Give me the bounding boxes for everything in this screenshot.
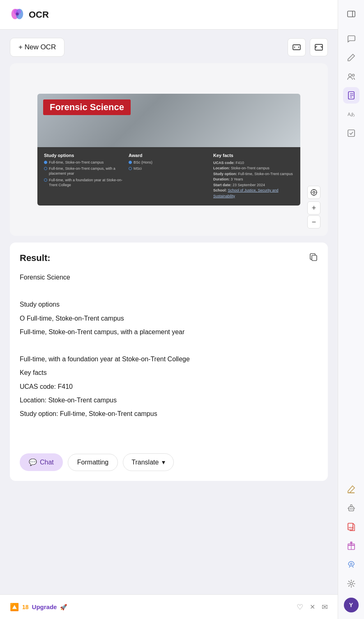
result-line-6: Key facts xyxy=(20,367,318,378)
result-line-3: O Full-time, Stoke-on-Trent campus xyxy=(20,313,318,324)
chevron-down-icon: ▾ xyxy=(162,458,165,466)
sidebar-gift-button[interactable] xyxy=(343,538,359,554)
footer-left: 🔼 18 Upgrade 🚀 xyxy=(10,603,67,612)
edit-icon xyxy=(347,53,356,62)
zoom-out-button[interactable]: − xyxy=(307,215,320,229)
new-ocr-button[interactable]: + New OCR xyxy=(10,38,65,57)
sidebar-toggle-button[interactable] xyxy=(344,7,359,21)
sidebar-users-button[interactable] xyxy=(343,68,359,85)
image-card: Forensic Science Study options Full-time… xyxy=(10,63,328,236)
document-icon xyxy=(347,91,356,100)
sidebar-edit-button[interactable] xyxy=(343,49,359,66)
sidebar-gear-button[interactable] xyxy=(343,575,359,592)
target-button[interactable] xyxy=(307,186,320,199)
sidebar-chat-button[interactable] xyxy=(343,30,359,47)
translate-button[interactable]: Translate ▾ xyxy=(123,453,174,471)
result-line-blank-1 xyxy=(20,285,318,296)
svg-rect-24 xyxy=(348,130,355,136)
svg-rect-14 xyxy=(312,255,317,261)
formatting-button[interactable]: Formatting xyxy=(68,454,118,471)
chat-bubble-icon xyxy=(347,34,356,43)
svg-line-38 xyxy=(352,566,353,568)
main-content: + New OCR xyxy=(0,30,338,594)
zoom-in-button[interactable]: + xyxy=(307,201,320,215)
svg-rect-26 xyxy=(349,507,354,511)
study-option-1: Full-time, Stoke-on-Trent campus xyxy=(44,160,124,165)
fit-screen-button[interactable] xyxy=(288,38,306,56)
sidebar-translate-button[interactable]: Aあ xyxy=(343,106,359,122)
result-line-7: UCAS code: F410 xyxy=(20,381,318,392)
svg-text:PDF: PDF xyxy=(349,527,354,529)
rocket-icon xyxy=(347,560,356,569)
sidebar-pencil-color-button[interactable] xyxy=(343,481,359,497)
image-top-section: Forensic Science xyxy=(37,94,300,147)
action-buttons: 💬 Chat Formatting Translate ▾ xyxy=(20,453,318,471)
sidebar-toggle-icon xyxy=(347,10,355,18)
sidebar-checklist-button[interactable] xyxy=(343,125,359,141)
result-line-2: Study options xyxy=(20,299,318,310)
upgrade-link[interactable]: Upgrade xyxy=(32,603,57,610)
image-bottom-section: Study options Full-time, Stoke-on-Trent … xyxy=(37,147,300,206)
option-dot-1 xyxy=(44,161,47,164)
credits-icon: 🔼 xyxy=(10,603,19,612)
award-dot-2 xyxy=(129,167,132,170)
svg-point-40 xyxy=(350,582,352,585)
study-options-col: Study options Full-time, Stoke-on-Trent … xyxy=(44,153,124,199)
expand-screen-button[interactable] xyxy=(310,38,328,56)
avatar-label: Y xyxy=(349,602,353,608)
option-dot-3 xyxy=(44,178,47,182)
sidebar-robot-button[interactable] xyxy=(343,500,359,516)
award-dot-1 xyxy=(129,161,132,164)
svg-point-18 xyxy=(352,74,354,76)
svg-line-37 xyxy=(349,566,350,568)
heart-icon[interactable]: ♡ xyxy=(297,603,303,612)
svg-point-3 xyxy=(16,12,18,15)
toolbar-icon-group xyxy=(288,38,328,56)
credits-count: 18 xyxy=(22,604,29,610)
chat-bubble-icon: 💬 xyxy=(29,458,37,466)
svg-rect-4 xyxy=(293,45,300,50)
checklist-icon xyxy=(347,129,356,138)
study-option-2: Full-time, Stoke-on-Trent campus, with a… xyxy=(44,166,124,176)
pdf-icon: PDF xyxy=(347,522,356,531)
col3-title: Key facts xyxy=(213,153,294,158)
svg-point-29 xyxy=(351,508,352,510)
copy-icon xyxy=(309,252,318,261)
result-line-8: Location: Stoke-on-Trent campus xyxy=(20,395,318,406)
copy-button[interactable] xyxy=(309,252,318,263)
mail-icon[interactable]: ✉ xyxy=(322,603,328,612)
ocr-image-mock: Forensic Science Study options Full-time… xyxy=(37,94,300,206)
result-line-9: Study option: Full-time, Stoke-on-Trent … xyxy=(20,408,318,419)
result-text: Forensic Science Study options O Full-ti… xyxy=(20,272,318,419)
ocr-image-wrapper: Forensic Science Study options Full-time… xyxy=(37,94,300,206)
right-sidebar: Aあ PDF xyxy=(338,0,364,619)
sidebar-pdf-button[interactable]: PDF xyxy=(343,519,359,535)
result-line-5: Full-time, with a foundation year at Sto… xyxy=(20,353,318,365)
award-2: MSci xyxy=(129,166,209,171)
result-title: Result: xyxy=(20,253,51,263)
chat-button[interactable]: 💬 Chat xyxy=(20,453,63,471)
toolbar: + New OCR xyxy=(10,38,328,57)
svg-point-39 xyxy=(350,563,352,565)
chat-label: Chat xyxy=(40,459,54,466)
users-icon xyxy=(347,72,356,81)
target-icon xyxy=(310,189,318,196)
footer: 🔼 18 Upgrade 🚀 ♡ ✕ ✉ xyxy=(0,594,338,619)
logo xyxy=(10,7,25,23)
svg-text:Aあ: Aあ xyxy=(348,112,355,117)
svg-point-28 xyxy=(350,508,351,510)
svg-rect-27 xyxy=(350,505,352,507)
x-icon[interactable]: ✕ xyxy=(310,603,315,611)
svg-point-8 xyxy=(311,189,317,195)
pencil-color-icon xyxy=(347,485,356,494)
expand-screen-icon xyxy=(314,43,323,52)
user-avatar-button[interactable]: Y xyxy=(344,598,359,612)
sidebar-rocket-button[interactable] xyxy=(343,557,359,573)
translate-icon: Aあ xyxy=(347,110,356,119)
sidebar-document-button[interactable] xyxy=(343,87,359,104)
key-facts-col: Key facts UCAS code: F410 Location: Stok… xyxy=(213,153,294,199)
result-line-blank-2 xyxy=(20,340,318,351)
footer-right: ♡ ✕ ✉ xyxy=(297,603,328,612)
option-dot-2 xyxy=(44,167,47,170)
gift-icon xyxy=(347,541,356,550)
